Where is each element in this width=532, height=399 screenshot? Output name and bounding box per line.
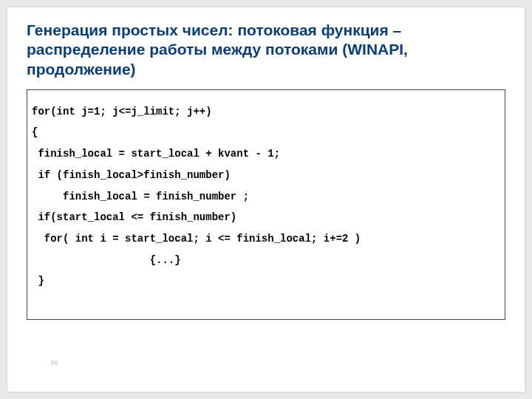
- code-line: for(int j=1; j<=j_limit; j++): [32, 106, 500, 117]
- code-line: for( int i = start_local; i <= finish_lo…: [32, 233, 500, 245]
- code-line: if(start_local <= finish_number): [32, 212, 500, 223]
- slide-title: Генерация простых чисел: потоковая функц…: [27, 21, 505, 79]
- page-number: 38: [50, 359, 58, 366]
- code-line: }: [32, 276, 500, 287]
- slide: Генерация простых чисел: потоковая функц…: [7, 7, 525, 392]
- code-line: if (finish_local>finish_number): [32, 170, 500, 181]
- code-line: finish_local = start_local + kvant - 1;: [32, 149, 500, 160]
- code-line: finish_local = finish_number ;: [32, 191, 500, 202]
- code-block: for(int j=1; j<=j_limit; j++) { finish_l…: [27, 89, 505, 320]
- code-line: {...}: [32, 255, 500, 266]
- code-line: {: [32, 127, 500, 138]
